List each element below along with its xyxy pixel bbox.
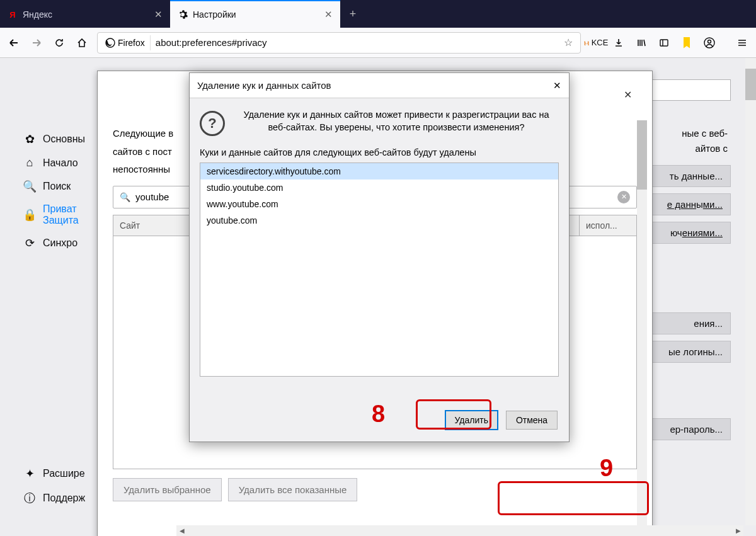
home-icon: ⌂ <box>23 156 37 169</box>
confirm-delete-dialog: Удаление кук и данных сайтов ✕ ? Удалени… <box>189 72 570 442</box>
puzzle-icon: ✦ <box>23 467 37 481</box>
sidebar-button[interactable] <box>654 33 674 53</box>
sidebar-bottom: ✦Расшире ⓘПоддерж <box>23 462 98 511</box>
sidebar-item-sync[interactable]: ⟳Синхро <box>23 231 98 255</box>
lock-icon: 🔒 <box>23 208 37 222</box>
close-icon[interactable]: ✕ <box>324 9 333 20</box>
account-button[interactable] <box>699 33 719 53</box>
tab-bar: Я Яндекс ✕ Настройки ✕ + <box>0 0 756 28</box>
sidebar-item-extensions[interactable]: ✦Расшире <box>23 462 98 486</box>
question-icon: ? <box>200 111 225 136</box>
downloads-button[interactable] <box>609 33 629 53</box>
menu-button[interactable] <box>732 33 752 53</box>
background-text: ные с веб- айтов с <box>682 126 728 156</box>
kce-extension-button[interactable]: ⲙKCE <box>586 33 606 53</box>
new-tab-button[interactable]: + <box>340 0 365 28</box>
scroll-right-arrow[interactable]: ▶ <box>733 525 743 536</box>
clear-search-icon[interactable]: ✕ <box>617 191 630 203</box>
tab-title: Яндекс <box>23 9 52 20</box>
library-button[interactable] <box>631 33 651 53</box>
preferences-sidebar: ✿Основны ⌂Начало 🔍Поиск 🔒Приват Защита ⟳… <box>23 127 98 255</box>
close-icon[interactable]: ✕ <box>154 9 163 20</box>
search-icon: 🔍 <box>120 192 130 202</box>
warning-text: Удаление кук и данных сайтов может приве… <box>234 108 559 136</box>
bookmark-star-icon[interactable]: ☆ <box>559 34 578 51</box>
dialog-scrollbar[interactable] <box>637 120 647 536</box>
sidebar-item-privacy[interactable]: 🔒Приват Защита <box>23 198 98 231</box>
sidebar-item-support[interactable]: ⓘПоддерж <box>23 486 98 511</box>
tab-title: Настройки <box>193 9 236 20</box>
reload-button[interactable] <box>49 33 69 53</box>
yandex-bookmark-button[interactable] <box>677 33 697 53</box>
column-last-used[interactable]: испол... <box>580 215 636 236</box>
tab-yandex[interactable]: Я Яндекс ✕ <box>0 0 170 28</box>
nav-toolbar: Firefox about:preferences#privacy ☆ ⲙKCE <box>0 28 756 58</box>
url-text[interactable]: about:preferences#privacy <box>151 37 559 48</box>
close-button[interactable]: ✕ <box>624 89 632 101</box>
help-icon: ⓘ <box>23 491 37 506</box>
sync-icon: ⟳ <box>23 236 37 250</box>
list-item[interactable]: www.youtube.com <box>200 196 558 212</box>
svg-rect-1 <box>660 40 668 46</box>
sidebar-item-search[interactable]: 🔍Поиск <box>23 174 98 198</box>
identity-label: Firefox <box>118 38 145 48</box>
list-item[interactable]: youtube.com <box>200 212 558 229</box>
sidebar-item-general[interactable]: ✿Основны <box>23 127 98 151</box>
remove-all-shown-button[interactable]: Удалить все показанные <box>228 478 358 501</box>
dialog-title-bar: Удаление кук и данных сайтов ✕ <box>190 73 569 98</box>
page-horizontal-scrollbar[interactable]: ◀ ▶ <box>176 525 743 536</box>
delete-button[interactable]: Удалить <box>445 410 498 430</box>
scroll-left-arrow[interactable]: ◀ <box>176 525 187 536</box>
svg-point-4 <box>708 40 711 43</box>
remove-selected-button[interactable]: Удалить выбранное <box>113 478 222 501</box>
tab-settings[interactable]: Настройки ✕ <box>170 0 340 28</box>
forward-button[interactable] <box>26 33 47 53</box>
dialog-title: Удаление кук и данных сайтов <box>197 80 331 91</box>
gear-icon: ✿ <box>23 132 37 146</box>
close-icon[interactable]: ✕ <box>553 80 561 91</box>
back-button[interactable] <box>4 33 24 53</box>
search-icon: 🔍 <box>23 180 37 193</box>
page-vertical-scrollbar[interactable] <box>745 58 756 525</box>
firefox-icon <box>105 38 115 48</box>
sub-description: Куки и данные сайтов для следующих веб-с… <box>200 147 559 157</box>
kce-icon: ⲙ <box>584 37 589 48</box>
home-button[interactable] <box>72 33 92 53</box>
identity-box[interactable]: Firefox <box>100 35 151 50</box>
sidebar-item-home[interactable]: ⌂Начало <box>23 151 98 174</box>
url-bar[interactable]: Firefox about:preferences#privacy ☆ <box>97 32 581 54</box>
gear-icon <box>178 9 188 20</box>
site-list[interactable]: servicesdirectory.withyoutube.com studio… <box>200 163 559 377</box>
list-item[interactable]: studio.youtube.com <box>200 180 558 196</box>
yandex-icon: Я <box>8 9 18 20</box>
cancel-button[interactable]: Отмена <box>506 411 558 430</box>
list-item[interactable]: servicesdirectory.withyoutube.com <box>200 163 558 180</box>
content-area: ✿Основны ⌂Начало 🔍Поиск 🔒Приват Защита ⟳… <box>0 58 756 536</box>
